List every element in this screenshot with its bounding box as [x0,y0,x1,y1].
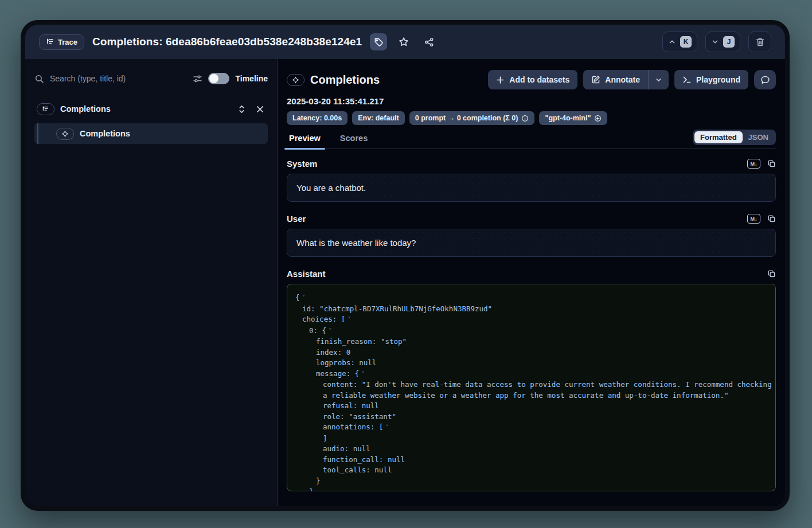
comment-button[interactable] [754,70,776,89]
copy-icon[interactable] [767,269,776,278]
latency-badge: Latency: 0.00s [287,111,348,125]
trash-icon [755,37,765,47]
format-toggle: Formatted JSON [693,130,776,145]
collapse-icon [256,105,264,114]
observation-actions: Add to datasets Annotate [488,70,776,89]
terminal-icon [682,75,692,84]
trace-badge-label: Trace [58,38,77,46]
annotate-pencil-icon [591,75,600,84]
token-usage-badge[interactable]: 0 prompt → 0 completion (Σ 0) [409,111,535,125]
json-code-line: content: "I don't have real-time data ac… [295,380,767,390]
trace-node-badge [37,103,54,115]
info-icon [521,115,529,122]
tag-button[interactable] [370,33,387,50]
system-message-box: You are a chatbot. [287,174,776,202]
annotate-label: Annotate [605,75,640,84]
comment-bubble-icon [760,75,770,85]
plus-icon [496,76,505,84]
collapse-node-chevron-icon[interactable]: ˅ [385,424,389,431]
metadata-badges: Latency: 0.00s Env: default 0 prompt → 0… [287,111,776,125]
toggle-knob [209,74,218,83]
tree-guide-line [37,123,38,144]
add-to-datasets-label: Add to datasets [509,75,569,84]
format-toggle-formatted[interactable]: Formatted [694,131,743,143]
json-code-line: function_call: null [295,455,767,466]
trace-topbar: Trace Completions: 6dea86b6feae03db538e2… [25,25,785,59]
share-button[interactable] [420,33,438,50]
tag-icon [374,37,384,47]
generation-badge [287,74,304,86]
plus-circle-icon [594,115,602,122]
star-button[interactable] [395,33,412,50]
tab-preview[interactable]: Preview [287,134,323,148]
delete-trace-button[interactable] [748,32,771,52]
timeline-toggle[interactable] [208,73,229,84]
markdown-toggle-icon[interactable]: M↓ [747,159,760,169]
next-trace-button[interactable]: J [705,32,740,52]
user-section-icons: M↓ [747,214,776,224]
collapse-all-button[interactable] [254,103,266,115]
json-code-line: message: {˅ [295,369,767,380]
playground-button[interactable]: Playground [674,70,748,89]
chevron-down-icon [655,76,662,84]
system-section-header: System M↓ [287,159,776,169]
sparkle-icon [61,130,69,138]
chevron-down-icon [711,38,719,46]
json-code-line: } [295,486,767,491]
model-badge[interactable]: "gpt-4o-mini" [539,111,607,125]
collapse-node-chevron-icon[interactable]: ˅ [302,294,306,302]
annotate-dropdown-button[interactable] [648,70,669,89]
generation-node-badge [56,128,74,140]
tree-tools [236,103,266,115]
json-code-line: audio: null [295,444,767,455]
sidebar-search-row: Timeline [34,69,268,88]
collapse-node-chevron-icon[interactable]: ˅ [361,370,365,378]
trace-window: Trace Completions: 6dea86b6feae03db538e2… [21,20,790,511]
json-code-line: {˅ [295,292,767,304]
trace-tree-icon [46,38,54,46]
json-code-line: annotations: [˅ [295,422,767,433]
filter-settings-icon[interactable] [193,74,202,84]
user-message-box: What is the weather like today? [287,229,776,257]
chevron-up-icon [668,38,676,46]
user-section-header: User M↓ [287,214,776,224]
chevrons-up-down-icon [237,105,246,114]
tree-child-row-completions[interactable]: Completions [34,123,268,144]
tab-bar: Preview Scores Formatted JSON [287,131,776,149]
json-code-line: choices: [˅ [295,314,767,326]
format-toggle-json[interactable]: JSON [743,131,774,143]
prev-trace-button[interactable]: K [662,32,697,52]
shortcut-key-k: K [680,36,692,48]
tree-root-label: Completions [60,104,230,114]
observation-header: Completions Add to datasets Annotate [287,69,776,90]
add-to-datasets-button[interactable]: Add to datasets [488,70,577,89]
tree-root-row[interactable]: Completions [34,100,268,118]
json-code-line: a reliable weather website or a weather … [295,390,767,401]
annotate-button[interactable]: Annotate [583,70,648,89]
system-message-content: You are a chatbot. [296,183,366,193]
json-code-line: refusal: null [295,401,767,412]
copy-icon[interactable] [767,214,776,223]
json-code-line: ] [295,433,767,444]
expand-all-button[interactable] [236,103,247,115]
share-icon [424,37,434,47]
shortcut-key-j: J [723,36,735,48]
playground-label: Playground [696,75,740,84]
json-code-line: logprobs: null [295,358,767,369]
assistant-json-viewer[interactable]: {˅id: "chatcmpl-BD7XRulRhULb7NjGfeOkhN3B… [287,284,776,491]
assistant-label: Assistant [287,269,326,279]
json-code-line: role: "assistant" [295,412,767,423]
json-code-line: 0: {˅ [295,326,767,337]
markdown-toggle-icon[interactable]: M↓ [747,214,760,224]
system-label: System [287,159,317,169]
user-message-content: What is the weather like today? [296,238,416,248]
trace-title: Completions: 6dea86b6feae03db538e248b38e… [92,36,362,48]
copy-icon[interactable] [767,159,776,168]
star-icon [399,37,409,47]
tab-scores[interactable]: Scores [338,134,370,148]
trace-tree-icon [42,105,49,113]
collapse-node-chevron-icon[interactable]: ˅ [348,316,351,323]
search-input[interactable] [50,74,187,83]
collapse-node-chevron-icon[interactable]: ˅ [329,327,332,335]
timeline-label: Timeline [235,74,268,83]
